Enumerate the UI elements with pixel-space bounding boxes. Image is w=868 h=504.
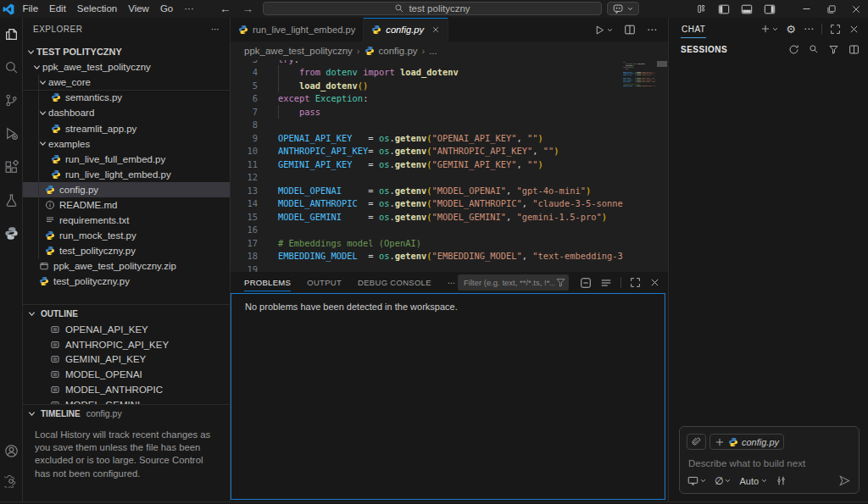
breadcrumb[interactable]: ppk_awe_test_polityczny›config.py›... [231,42,668,60]
code-line[interactable]: 9OPENAI_API_KEY = os.getenv("OPENAI_API_… [231,131,668,145]
tree-item-test-polityczny-py[interactable]: test_polityczny.py [23,274,230,289]
code-editor[interactable]: 3try:4 from dotenv import load_dotenv5 l… [231,60,668,272]
refresh-icon[interactable] [788,44,799,55]
tab-config-py[interactable]: config.py [364,18,448,42]
panel-tab-problems[interactable]: PROBLEMS [244,274,291,291]
tree-item-run-live-full-embed-py[interactable]: run_live_full_embed.py [23,152,230,167]
code-line[interactable]: 5 load_dotenv() [231,79,668,92]
outline-item-gemini_api_key[interactable]: GEMINI_API_KEY [23,352,230,368]
tree-item-test-polityczny-py[interactable]: test_polityczny.py [23,243,230,258]
menu-view[interactable]: View [123,0,155,18]
chat-tab[interactable]: CHAT [681,20,706,38]
outline-header[interactable]: OUTLINE [23,304,230,322]
tab-run-live-light-embed-py[interactable]: run_live_light_embed.py [231,18,364,42]
tree-item-ppk-awe-test-polityczny-zip[interactable]: ppk_awe_test_polityczny.zip [23,258,230,274]
source-control-icon[interactable] [0,88,22,114]
chat-input-box[interactable]: config.py Describe what to build next ∅ … [679,426,860,494]
copilot-button[interactable] [607,2,639,15]
tree-item-dashboard[interactable]: dashboard [23,105,230,120]
run-debug-icon[interactable] [0,121,22,147]
outline-item-model_anthropic[interactable]: MODEL_ANTHROPIC [23,382,230,397]
tree-item-test-polityczny[interactable]: TEST POLITYCZNY [23,44,230,59]
code-line[interactable]: 4 from dotenv import load_dotenv [231,66,668,80]
code-line[interactable]: 17# Embeddings model (OpenAI) [231,236,668,250]
menu-go[interactable]: Go [154,0,178,18]
tree-item-run-mock-test-py[interactable]: run_mock_test.py [23,228,230,243]
code-line[interactable]: 16 [231,224,668,237]
outline-item-anthropic_api_key[interactable]: ANTHROPIC_API_KEY [23,337,230,352]
tree-item-run-live-light-embed-py[interactable]: run_live_light_embed.py [23,167,230,182]
tools-icon[interactable] [776,475,787,486]
new-chat-button[interactable] [760,24,778,34]
explorer-icon[interactable] [0,21,22,47]
command-center-search[interactable]: test polityczny [263,2,602,15]
menu-file[interactable]: File [17,0,44,18]
panel-more-icon[interactable]: ⋯ [448,278,456,287]
menu-more[interactable]: ··· [179,0,200,18]
tree-item-ppk-awe-test-polityczny[interactable]: ppk_awe_test_polityczny [23,59,230,75]
code-line[interactable]: 18EMBEDDING_MODEL = os.getenv("EMBEDDING… [231,250,668,263]
run-python-file-button[interactable] [594,25,613,36]
code-line[interactable]: 10ANTHROPIC_API_KEY= os.getenv("ANTHROPI… [231,145,668,158]
mode-selector[interactable]: ∅ [715,475,731,487]
breadcrumb-item[interactable]: ppk_awe_test_polityczny [244,46,353,56]
sessions-filter-icon[interactable] [828,44,839,55]
problems-filter-input[interactable]: Filter (e.g. text, **/*.ts, !*... [458,274,569,291]
tree-item-examples[interactable]: examples [23,136,230,152]
editor-more-icon[interactable]: ⋯ [647,24,657,36]
outline-item-model_openai[interactable]: MODEL_OPENAI [23,367,230,382]
breadcrumb-item[interactable]: config.py [379,46,418,56]
session-target-selector[interactable] [687,475,706,486]
code-line[interactable]: 13MODEL_OPENAI = os.getenv("MODEL_OPENAI… [231,184,668,197]
minimize-button[interactable] [794,0,819,18]
send-button[interactable] [838,474,851,487]
panel-tab-debug-console[interactable]: DEBUG CONSOLE [358,274,431,291]
outline-item-openai_api_key[interactable]: OPENAI_API_KEY [23,322,230,337]
editor-scrollbar[interactable] [657,61,667,67]
tree-item-readme-md[interactable]: README.md [23,197,230,213]
outline-item-model_gemini[interactable]: MODEL_GEMINI [23,397,230,404]
tree-item-requirements-txt[interactable]: requirements.txt [23,213,230,228]
tree-item-streamlit-app-py[interactable]: streamlit_app.py [23,120,230,136]
view-as-list-icon[interactable] [600,277,612,289]
close-window-button[interactable] [843,0,868,18]
close-panel-icon[interactable] [649,277,660,288]
search-icon[interactable] [0,54,22,80]
model-selector[interactable]: Auto [739,476,767,486]
panel-tab-output[interactable]: OUTPUT [307,274,342,291]
minimap[interactable]: 3try:4 from dotenv import load_dotenv5 l… [623,60,655,272]
collapse-all-icon[interactable] [580,277,592,289]
code-line[interactable]: 8 [231,119,668,132]
chat-more-icon[interactable]: ⋯ [804,23,814,35]
extensions-icon[interactable] [0,154,22,180]
forward-arrow-icon[interactable]: → [242,3,254,15]
maximize-button[interactable] [819,0,843,18]
code-line[interactable]: 11GEMINI_API_KEY = os.getenv("GEMINI_API… [231,158,668,171]
testing-icon[interactable] [0,188,22,213]
menu-selection[interactable]: Selection [71,0,122,18]
toggle-secondary-sidebar-icon[interactable] [764,3,776,15]
toggle-sidebar-icon[interactable] [718,3,730,15]
code-line[interactable]: 15MODEL_GEMINI = os.getenv("MODEL_GEMINI… [231,210,668,224]
explorer-more-icon[interactable]: ⋯ [211,25,220,34]
close-chat-icon[interactable] [849,24,860,35]
python-icon[interactable] [0,221,22,246]
menu-edit[interactable]: Edit [44,0,72,18]
sessions-split-icon[interactable] [849,44,860,55]
customize-layout-icon[interactable] [696,3,707,15]
close-tab-icon[interactable] [431,25,440,34]
tree-item-semantics-py[interactable]: semantics.py [23,90,230,105]
open-chat-in-editor-icon[interactable] [830,24,841,35]
code-line[interactable]: 6except Exception: [231,92,668,106]
timeline-header[interactable]: TIMELINE config.py [23,404,230,422]
breadcrumb-item[interactable]: ... [429,46,437,56]
account-icon[interactable] [0,438,22,463]
code-line[interactable]: 7 pass [231,105,668,119]
back-arrow-icon[interactable]: ← [220,3,231,15]
toggle-panel-icon[interactable] [741,3,753,15]
code-line[interactable]: 14MODEL_ANTHROPIC = os.getenv("MODEL_ANT… [231,197,668,211]
chat-settings-gear-icon[interactable]: ⚙ [786,24,796,35]
sessions-search-icon[interactable] [809,44,819,54]
tree-item-config-py[interactable]: config.py [23,182,230,197]
attached-file-chip[interactable]: config.py [709,434,784,450]
